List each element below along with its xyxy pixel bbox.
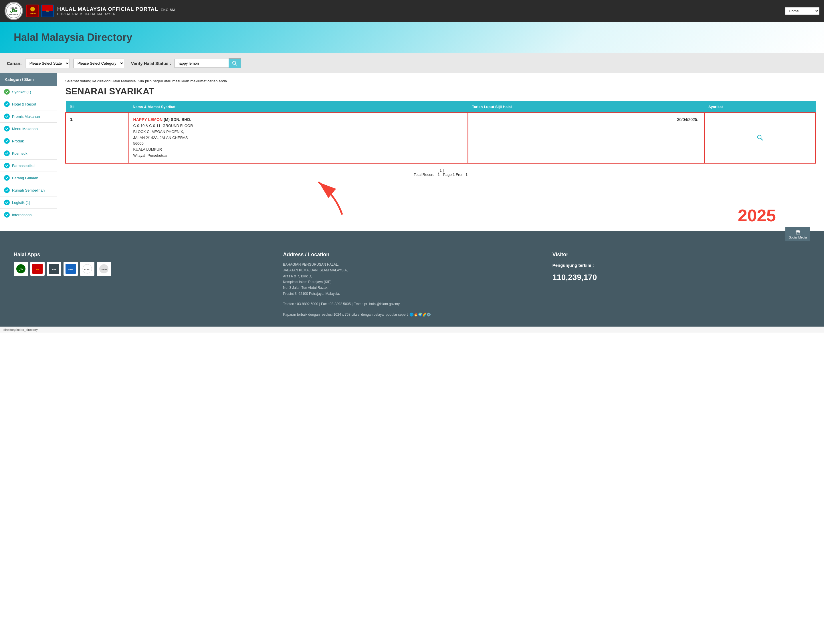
annotation-area: 2025 [65, 179, 816, 225]
sidebar-item-barang[interactable]: Barang Gunaan [0, 172, 57, 184]
company-name-black: (M) SDN. BHD. [163, 117, 191, 122]
sidebar-label-syarikat: Syarikat (1) [12, 90, 31, 94]
address-lines: BAHAGIAN PENGURUSAN HALAL, JABATAN KEMAJ… [283, 262, 541, 296]
check-icon-rumah [4, 187, 10, 193]
arrow-annotation-svg [291, 179, 365, 217]
jakim-logo: JAKIM [26, 5, 39, 17]
visitor-title: Visitor [552, 251, 810, 258]
sidebar-item-produk[interactable]: Produk [0, 135, 57, 147]
check-icon-syarikat [4, 89, 10, 95]
footer-address: Address / Location BAHAGIAN PENGURUSAN H… [283, 251, 541, 317]
check-icon-logistik [4, 199, 10, 205]
check-icon-farma [4, 163, 10, 169]
carian-label: Carian: [7, 61, 22, 66]
check-icon-hotel [4, 101, 10, 107]
search-icon [232, 61, 237, 66]
check-icon-premis [4, 113, 10, 119]
total-record: Total Record : 1 - Page 1 From 1 [65, 172, 816, 177]
sidebar-item-farma[interactable]: Farmaseutikal [0, 159, 57, 172]
footer-logo-6: LOGO [97, 262, 111, 276]
state-select[interactable]: Please Select State Johor Kedah Kelantan… [25, 58, 70, 68]
sidebar-item-rumah[interactable]: Rumah Sembelihan [0, 184, 57, 196]
top-nav-right: Home About Contact [785, 7, 819, 15]
display-line: Paparan terbaik dengan resolusi 1024 x 7… [283, 312, 541, 317]
footer-logo-2: MY [30, 262, 45, 276]
footer: Social Media Halal Apps حلال MY APP CORP… [0, 231, 824, 327]
portal-subtitle: PORTAL RASMI HALAL MALAYSIA [57, 12, 782, 16]
pagination: [ 1 ] Total Record : 1 - Page 1 From 1 [65, 168, 816, 177]
col-tarikh: Tarikh Luput Sijil Halal [468, 101, 704, 113]
footer-logo-3: APP [47, 262, 61, 276]
social-media-button[interactable]: Social Media [786, 227, 810, 241]
sidebar-label-kosmetik: Kosmetik [12, 151, 27, 156]
row-num: 1. [66, 113, 129, 163]
svg-text:CORP: CORP [68, 268, 73, 270]
sidebar: Kategori / Skim Syarikat (1) Hotel & Res… [0, 73, 57, 231]
search-details-icon [757, 134, 763, 141]
status-url: directory/index_directory [3, 328, 38, 331]
footer-visitor: Visitor Pengunjung terkini : 110,239,170 [552, 251, 810, 317]
svg-line-13 [761, 138, 763, 140]
sidebar-label-farma: Farmaseutikal [12, 164, 35, 168]
results-table: Bil Nama & Alamat Syarikat Tarikh Luput … [65, 101, 816, 164]
halal-main-logo: HALAL حلال MALAYSIA [5, 2, 23, 20]
verify-search-input[interactable] [175, 59, 229, 68]
sidebar-label-premis: Premis Makanan [12, 114, 40, 119]
footer-logo-4: CORP [63, 262, 78, 276]
sidebar-label-rumah: Rumah Sembelihan [12, 188, 45, 192]
gear-icon [795, 229, 801, 235]
check-icon-menu [4, 126, 10, 132]
svg-text:MY: MY [46, 10, 49, 12]
footer-halal-apps: Halal Apps حلال MY APP CORP LOGO LOGO [14, 251, 272, 317]
footer-logo-1: حلال [14, 262, 28, 276]
view-details-button[interactable] [757, 134, 763, 141]
year-annotation: 2025 [738, 205, 776, 225]
sidebar-item-kosmetik[interactable]: Kosmetik [0, 147, 57, 159]
halal-apps-title: Halal Apps [14, 251, 272, 258]
partner-logos: JAKIM MY [26, 5, 54, 17]
sidebar-label-produk: Produk [12, 139, 24, 143]
row-action[interactable] [704, 113, 816, 163]
check-icon-kosmetik [4, 150, 10, 156]
svg-text:MY: MY [36, 268, 39, 270]
svg-rect-7 [42, 5, 53, 11]
senarai-title: SENARAI SYARIKAT [65, 86, 816, 97]
pengunjung-label: Pengunjung terkini : [552, 262, 810, 269]
footer-app-logos: حلال MY APP CORP LOGO LOGO [14, 262, 272, 276]
sidebar-item-logistik[interactable]: Logistik (1) [0, 196, 57, 209]
svg-text:MALAYSIA: MALAYSIA [9, 14, 18, 15]
table-row: 1. HAPPY LEMON (M) SDN. BHD. C-0-10 & C-… [66, 113, 816, 163]
sidebar-header: Kategori / Skim [0, 73, 57, 86]
verify-search-wrap [175, 58, 241, 68]
sidebar-item-syarikat[interactable]: Syarikat (1) [0, 86, 57, 98]
sidebar-label-logistik: Logistik (1) [12, 201, 30, 205]
col-syarikat: Syarikat [704, 101, 816, 113]
sidebar-item-international[interactable]: International [0, 209, 57, 221]
col-bil: Bil [66, 101, 129, 113]
row-expiry: 30/04/2025. [468, 113, 704, 163]
search-bar: Carian: Please Select State Johor Kedah … [0, 53, 824, 73]
sidebar-item-hotel[interactable]: Hotel & Resort [0, 98, 57, 110]
svg-text:JAKIM: JAKIM [29, 12, 36, 15]
company-name-red: HAPPY LEMON [133, 117, 163, 122]
sidebar-label-menu: Menu Makanan [12, 127, 38, 131]
svg-point-5 [30, 7, 35, 11]
svg-text:LOGO: LOGO [101, 268, 107, 270]
check-icon-produk [4, 138, 10, 144]
results-area: Selamat datang ke direktori Halal Malays… [57, 73, 824, 231]
category-select[interactable]: Please Select Category Syarikat Hotel & … [73, 58, 124, 68]
company-name: HAPPY LEMON (M) SDN. BHD. [133, 117, 463, 122]
search-button[interactable] [229, 58, 241, 68]
sidebar-item-premis[interactable]: Premis Makanan [0, 110, 57, 123]
sidebar-label-international: International [12, 213, 32, 217]
portal-title: HALAL MALAYSIA OFFICIAL PORTAL ENG BM PO… [57, 6, 782, 16]
svg-text:حلال: حلال [18, 268, 23, 271]
contact-line: Telefon : 03-8892 5000 | Fax : 03-8892 5… [283, 301, 541, 307]
hero-banner: Halal Malaysia Directory [0, 22, 824, 53]
sidebar-item-menu[interactable]: Menu Makanan [0, 123, 57, 135]
col-nama: Nama & Alamat Syarikat [129, 101, 468, 113]
social-media-label: Social Media [789, 236, 807, 239]
address-title: Address / Location [283, 251, 541, 258]
nav-dropdown[interactable]: Home About Contact [785, 7, 819, 15]
footer-logo-5: LOGO [80, 262, 94, 276]
